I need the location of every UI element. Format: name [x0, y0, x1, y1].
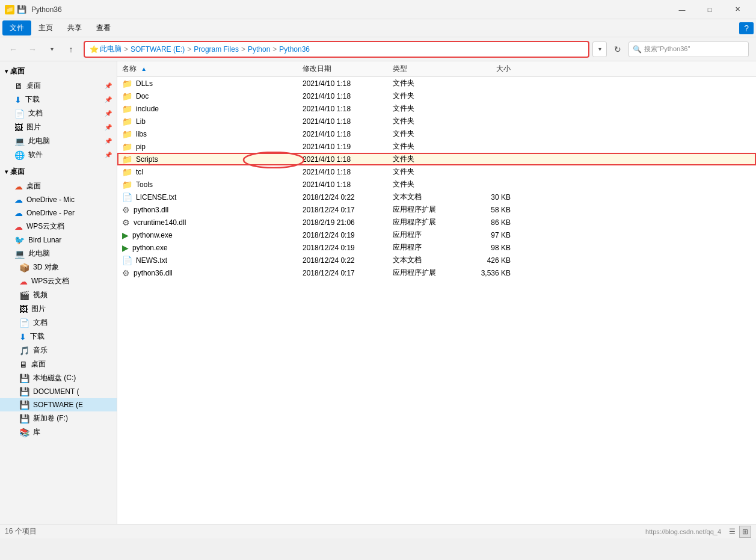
table-row[interactable]: 📄 LICENSE.txt 2018/12/24 0:22 文本文档 30 KB — [117, 191, 756, 203]
cloud-icon: ☁ — [14, 182, 23, 191]
close-button[interactable]: ✕ — [724, 0, 751, 19]
music-icon: 🎵 — [19, 346, 29, 355]
table-row[interactable]: ⚙ python36.dll 2018/12/24 0:17 应用程序扩展 3,… — [117, 266, 756, 279]
status-right: https://blog.csdn.net/qq_4 ☰ ⊞ — [645, 526, 751, 538]
file-date: 2021/4/10 1:18 — [298, 180, 388, 189]
maximize-button[interactable]: □ — [696, 0, 724, 19]
sidebar-item-onedrive-per[interactable]: ☁ OneDrive - Per — [0, 206, 117, 220]
file-size: 97 KB — [460, 231, 520, 239]
sidebar-desktop-header[interactable]: ▾ 桌面 — [0, 164, 117, 179]
search-box[interactable]: 🔍 搜索"Python36" — [628, 42, 749, 57]
up-button[interactable]: ↑ — [63, 41, 79, 58]
file-name: tcl — [136, 168, 143, 176]
menu-home[interactable]: 主页 — [31, 20, 60, 35]
pin-icon2: 📌 — [105, 96, 112, 103]
table-row[interactable]: 📁 Doc 2021/4/10 1:18 文件夹 — [117, 90, 756, 102]
sidebar-item-desktop3[interactable]: 🖥 桌面 — [0, 357, 117, 371]
sidebar-item-docs[interactable]: 📄 文档 📌 — [0, 106, 117, 120]
sidebar-item-f-drive[interactable]: 💾 新加卷 (F:) — [0, 411, 117, 425]
view-list-button[interactable]: ☰ — [726, 526, 738, 538]
item-count: 16 个项目 — [5, 526, 37, 537]
col-header-size[interactable]: 大小 — [460, 64, 520, 74]
title-bar-icons: 📁 💾 — [5, 5, 26, 14]
sidebar-item-c-drive[interactable]: 💾 本地磁盘 (C:) — [0, 371, 117, 385]
file-name-cell: ▶ pythonw.exe — [117, 230, 298, 240]
table-row[interactable]: 📁 Lib 2021/4/10 1:18 文件夹 — [117, 115, 756, 128]
address-path[interactable]: ⭐ 此电脑 > SOFTWARE (E:) > Program Files > … — [84, 42, 589, 57]
file-date: 2018/12/24 0:17 — [298, 269, 388, 277]
toolbar: ← → ▾ ↑ ⭐ 此电脑 > SOFTWARE (E:) > Program … — [0, 37, 756, 61]
breadcrumb-python36[interactable]: Python36 — [279, 45, 310, 54]
file-type-icon: 📁 — [122, 104, 132, 114]
sidebar-item-thispc1[interactable]: 💻 此电脑 📌 — [0, 134, 117, 148]
sidebar-item-onedrive-mic[interactable]: ☁ OneDrive - Mic — [0, 193, 117, 206]
table-row[interactable]: 📁 pip 2021/4/10 1:19 文件夹 — [117, 140, 756, 153]
sidebar-item-3d[interactable]: 📦 3D 对象 — [0, 260, 117, 274]
sidebar-item-software-drive[interactable]: 💾 SOFTWARE (E — [0, 398, 117, 411]
col-header-type[interactable]: 类型 — [388, 64, 460, 74]
menu-file[interactable]: 文件 — [2, 20, 31, 35]
sidebar-label-3d: 3D 对象 — [33, 262, 59, 272]
sidebar-item-thispc2[interactable]: 💻 此电脑 — [0, 247, 117, 260]
sidebar-item-downloads[interactable]: ⬇ 下载 📌 — [0, 93, 117, 106]
file-type: 文件夹 — [388, 154, 460, 164]
col-header-date[interactable]: 修改日期 — [298, 64, 388, 74]
menu-view[interactable]: 查看 — [89, 20, 118, 35]
sidebar-item-creative-cloud[interactable]: ☁ 桌面 — [0, 179, 117, 193]
table-row[interactable]: 📁 tcl 2021/4/10 1:18 文件夹 — [117, 165, 756, 178]
table-row[interactable]: 📁 Scripts 2021/4/10 1:18 文件夹 — [117, 153, 756, 165]
sidebar-item-wps-cloud[interactable]: ☁ WPS云文档 — [0, 220, 117, 233]
sidebar-item-pictures[interactable]: 🖼 图片 📌 — [0, 120, 117, 134]
menu-share[interactable]: 共享 — [60, 20, 89, 35]
menu-help[interactable]: ? — [739, 22, 754, 34]
file-type-icon: ⚙ — [122, 218, 130, 227]
sidebar-item-docs2[interactable]: 📄 文档 — [0, 316, 117, 330]
dropdown-button[interactable]: ▾ — [43, 41, 60, 58]
table-row[interactable]: ▶ pythonw.exe 2018/12/24 0:19 应用程序 97 KB — [117, 229, 756, 241]
sidebar-item-music[interactable]: 🎵 音乐 — [0, 343, 117, 357]
sidebar-label-software-drive: SOFTWARE (E — [33, 401, 83, 409]
sidebar-item-bird-lunar[interactable]: 🐦 Bird Lunar — [0, 233, 117, 247]
sidebar-quickaccess-header[interactable]: ▾ 桌面 — [0, 64, 117, 79]
document-icon: 📄 — [14, 109, 25, 118]
breadcrumb-python[interactable]: Python — [248, 45, 270, 54]
sidebar-item-desktop1[interactable]: 🖥 桌面 📌 — [0, 79, 117, 93]
table-row[interactable]: ⚙ python3.dll 2018/12/24 0:17 应用程序扩展 58 … — [117, 203, 756, 216]
table-row[interactable]: ▶ python.exe 2018/12/24 0:19 应用程序 98 KB — [117, 241, 756, 254]
breadcrumb-software[interactable]: SOFTWARE (E:) — [131, 45, 185, 54]
f-drive-icon: 💾 — [19, 414, 29, 423]
sidebar-item-wps2[interactable]: ☁ WPS云文档 — [0, 274, 117, 288]
breadcrumb-computer[interactable]: 此电脑 — [100, 44, 121, 54]
sidebar-item-video[interactable]: 🎬 视频 — [0, 288, 117, 302]
sidebar-item-doc-drive[interactable]: 💾 DOCUMENT ( — [0, 385, 117, 398]
file-date: 2018/2/19 21:06 — [298, 218, 388, 227]
col-header-name[interactable]: 名称 ▲ — [117, 64, 298, 74]
minimize-button[interactable]: — — [668, 0, 696, 19]
table-row[interactable]: 📁 libs 2021/4/10 1:18 文件夹 — [117, 128, 756, 140]
forward-button[interactable]: → — [24, 41, 41, 58]
table-row[interactable]: 📁 include 2021/4/10 1:18 文件夹 — [117, 102, 756, 115]
pin-icon5: 📌 — [105, 138, 112, 144]
refresh-button[interactable]: ↻ — [610, 42, 625, 57]
file-name: DLLs — [136, 79, 153, 88]
table-row[interactable]: 📁 DLLs 2021/4/10 1:18 文件夹 — [117, 77, 756, 90]
table-row[interactable]: 📁 Tools 2021/4/10 1:18 文件夹 — [117, 178, 756, 191]
table-row[interactable]: ⚙ vcruntime140.dll 2018/2/19 21:06 应用程序扩… — [117, 216, 756, 229]
view-detail-button[interactable]: ⊞ — [739, 526, 751, 538]
file-date: 2018/12/24 0:17 — [298, 206, 388, 214]
back-button[interactable]: ← — [5, 41, 22, 58]
table-row[interactable]: 📄 NEWS.txt 2018/12/24 0:22 文本文档 426 KB — [117, 254, 756, 266]
file-date: 2021/4/10 1:18 — [298, 105, 388, 113]
breadcrumb-icon[interactable]: ⭐ — [90, 45, 99, 54]
sidebar-item-downloads2[interactable]: ⬇ 下载 — [0, 330, 117, 343]
sidebar-item-library[interactable]: 📚 库 — [0, 425, 117, 439]
file-type: 应用程序 — [388, 230, 460, 240]
sidebar-item-pictures2[interactable]: 🖼 图片 — [0, 302, 117, 316]
breadcrumb-programfiles[interactable]: Program Files — [194, 45, 239, 54]
file-date: 2021/4/10 1:18 — [298, 155, 388, 164]
chevron-right-icon: ▾ — [5, 68, 8, 75]
sidebar-label-onedrive-mic: OneDrive - Mic — [26, 195, 75, 204]
sidebar-item-software[interactable]: 🌐 软件 📌 — [0, 148, 117, 162]
file-type-icon: ▶ — [122, 243, 129, 253]
address-dropdown-button[interactable]: ▾ — [592, 42, 607, 57]
